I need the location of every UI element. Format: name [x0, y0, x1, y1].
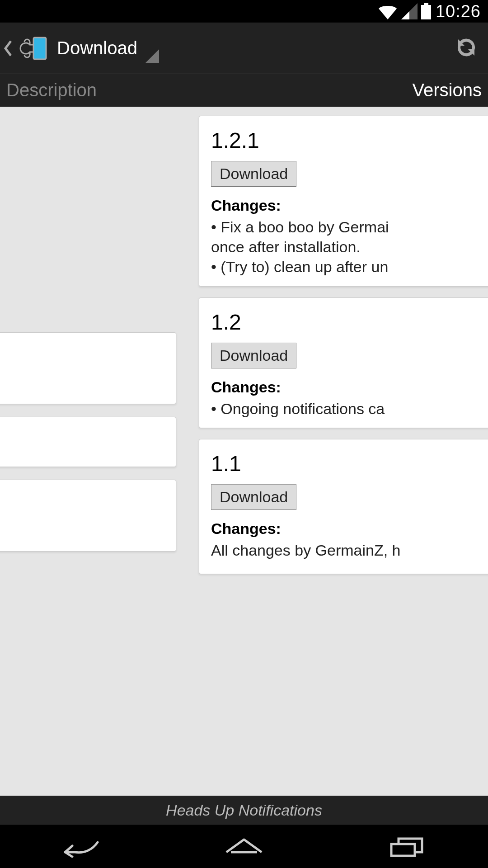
changes-heading: Changes: [211, 378, 488, 396]
module-title: tions [0, 118, 176, 148]
nav-home-icon [224, 836, 264, 858]
svg-rect-0 [33, 38, 46, 59]
up-button[interactable] [4, 35, 48, 62]
status-bar: 10:26 [0, 0, 488, 23]
status-icons [378, 3, 431, 19]
version-card: 1.2.1 Download Changes: • Fix a boo boo … [199, 116, 488, 287]
download-button[interactable]: Download [211, 161, 296, 187]
action-bar: Download [0, 23, 488, 73]
link-card-2-text: hmadAG/Xposed-Heads- [0, 431, 165, 453]
link-card-3-text: odule/ upenabler [0, 494, 165, 538]
tab-versions[interactable]: Versions [411, 75, 483, 105]
version-card: 1.2 Download Changes: • Ongoing notifica… [199, 297, 488, 428]
nav-back-button[interactable] [50, 833, 113, 860]
version-number: 1.2.1 [211, 128, 488, 153]
back-caret-icon [4, 39, 13, 57]
download-button[interactable]: Download [211, 484, 296, 510]
nav-recents-icon [389, 836, 425, 858]
svg-rect-2 [391, 844, 415, 856]
content-viewport[interactable]: tions a link: e.com/platform/ 6f Jp noti… [0, 107, 488, 796]
link-card-1-text: s.com/xposed/modules/ 2791217/post535933… [0, 346, 165, 390]
refresh-button[interactable] [454, 35, 479, 62]
version-number: 1.1 [211, 451, 488, 476]
version-number: 1.2 [211, 310, 488, 335]
spinner-indicator-icon[interactable] [145, 49, 159, 63]
navigation-bar [0, 825, 488, 868]
clock: 10:26 [436, 2, 481, 21]
action-bar-title[interactable]: Download [57, 38, 137, 58]
link-card-2[interactable]: hmadAG/Xposed-Heads- [0, 417, 176, 467]
changes-heading: Changes: [211, 520, 488, 538]
changes-body: • Ongoing notifications ca [211, 399, 488, 419]
signal-icon [401, 3, 418, 19]
version-card: 1.1 Download Changes: All changes by Ger… [199, 439, 488, 574]
changes-body: • Fix a boo boo by Germai once after ins… [211, 217, 488, 277]
changes-body: All changes by GermainZ, h [211, 540, 488, 560]
footer-caption-text: Heads Up Notifications [166, 802, 322, 819]
link-card-3[interactable]: odule/ upenabler [0, 480, 176, 552]
nav-recents-button[interactable] [375, 833, 438, 860]
tab-strip: Description Versions [0, 73, 488, 107]
description-pane[interactable]: tions a link: e.com/platform/ 6f Jp noti… [0, 107, 190, 796]
wifi-icon [378, 3, 398, 19]
nav-home-button[interactable] [212, 833, 276, 860]
xposed-app-icon [16, 35, 48, 62]
changes-heading: Changes: [211, 197, 488, 214]
nav-back-icon [59, 836, 104, 858]
download-button[interactable]: Download [211, 343, 296, 368]
tab-description[interactable]: Description [5, 75, 99, 105]
versions-pane[interactable]: 1.2.1 Download Changes: • Fix a boo boo … [190, 107, 488, 796]
link-card-1[interactable]: s.com/xposed/modules/ 2791217/post535933… [0, 332, 176, 404]
refresh-icon [454, 35, 479, 60]
footer-caption-bar: Heads Up Notifications [0, 796, 488, 825]
description-text: a link: e.com/platform/ 6f Jp notificati… [0, 166, 176, 320]
battery-icon [421, 3, 431, 19]
